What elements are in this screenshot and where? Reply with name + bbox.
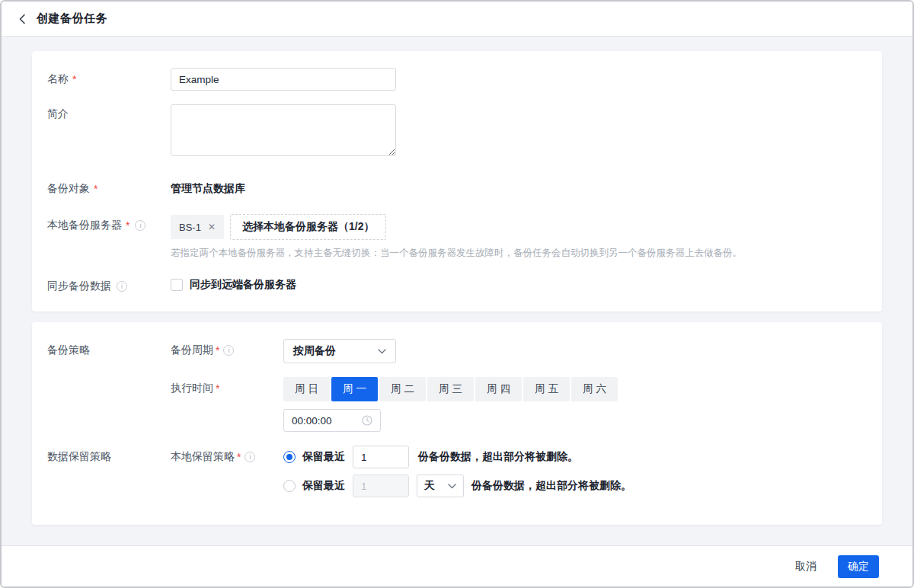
server-helper-text: 若指定两个本地备份服务器，支持主备无缝切换：当一个备份服务器发生故障时，备份任务… — [171, 247, 864, 260]
backup-cycle-value: 按周备份 — [293, 344, 336, 358]
chevron-down-icon — [378, 349, 386, 354]
back-button[interactable] — [18, 14, 26, 24]
page-header: 创建备份任务 — [2, 2, 912, 37]
footer-bar: 取消 确定 — [2, 545, 912, 586]
required-mark: * — [216, 382, 219, 395]
chevron-down-icon — [448, 484, 456, 489]
retention-unit-select[interactable]: 天 — [417, 475, 464, 497]
retention-days-prefix[interactable]: 保留最近 — [302, 479, 345, 493]
info-circle-icon[interactable]: i — [135, 220, 145, 231]
description-label: 简介 — [47, 104, 171, 121]
weekday-selector: 周日 周一 周二 周三 周四 周五 周六 — [283, 377, 864, 401]
required-mark: * — [216, 344, 219, 356]
sync-checkbox-label[interactable]: 同步到远端备份服务器 — [190, 278, 296, 292]
confirm-button[interactable]: 确定 — [838, 555, 879, 578]
weekday-button-sun[interactable]: 周日 — [283, 377, 330, 401]
info-circle-icon[interactable]: i — [117, 281, 127, 292]
backup-cycle-select[interactable]: 按周备份 — [283, 339, 396, 363]
local-server-label: 本地备份服务器* i — [47, 214, 171, 232]
required-mark: * — [94, 183, 97, 195]
info-circle-icon[interactable]: i — [223, 345, 234, 356]
execute-time-value: 00:00:00 — [292, 415, 332, 427]
chevron-left-icon — [18, 14, 26, 24]
execute-time-input[interactable]: 00:00:00 — [283, 409, 381, 432]
retention-days-suffix: 份备份数据，超出部分将被删除。 — [471, 479, 631, 493]
required-mark: * — [72, 73, 76, 85]
weekday-button-sat[interactable]: 周六 — [571, 377, 618, 401]
local-server-row: 本地备份服务器* i BS-1 ✕ 选择本地备份服务器（1/2） 若指定两个本地… — [47, 214, 864, 260]
required-mark: * — [237, 451, 241, 463]
retention-count-option: 保留最近 份备份数据，超出部分将被删除。 — [283, 446, 864, 468]
weekday-button-wed[interactable]: 周三 — [427, 377, 474, 401]
backup-cycle-row: 备份策略 备份周期* i 按周备份 — [47, 339, 864, 363]
cancel-button[interactable]: 取消 — [794, 555, 818, 578]
server-tag: BS-1 ✕ — [171, 215, 224, 239]
execute-time-row: 执行时间* 周日 周一 周二 周三 周四 周五 周六 00:00:00 — [47, 377, 864, 432]
retention-row: 数据保留策略 本地保留策略* i 保留最近 份备份数据，超出部分将被删除。 — [47, 446, 864, 497]
retention-unit-value: 天 — [424, 479, 435, 493]
sync-checkbox[interactable] — [171, 279, 183, 291]
retention-count-suffix: 份备份数据，超出部分将被删除。 — [418, 450, 578, 464]
retention-section-label: 数据保留策略 — [47, 446, 171, 464]
backup-object-row: 备份对象* 管理节点数据库 — [47, 177, 864, 196]
strategy-card: 备份策略 备份周期* i 按周备份 — [32, 322, 882, 525]
retention-count-radio[interactable] — [283, 451, 296, 463]
weekday-button-tue[interactable]: 周二 — [379, 377, 426, 401]
backup-object-value: 管理节点数据库 — [171, 177, 864, 196]
sync-row: 同步备份数据 i 同步到远端备份服务器 — [47, 278, 864, 293]
retention-count-prefix[interactable]: 保留最近 — [302, 450, 345, 464]
local-retention-label: 本地保留策略* i — [171, 446, 283, 464]
select-server-button[interactable]: 选择本地备份服务器（1/2） — [230, 214, 386, 240]
info-circle-icon[interactable]: i — [244, 452, 255, 462]
retention-days-option: 保留最近 天 份备份数据，超出部分将被删除。 — [283, 475, 864, 497]
backup-cycle-label: 备份周期* i — [171, 339, 283, 357]
basic-info-card: 名称* 简介 备份对象* 管理节点数据库 — [32, 51, 882, 312]
description-row: 简介 — [47, 104, 864, 159]
form-body: 名称* 简介 备份对象* 管理节点数据库 — [2, 37, 912, 545]
required-mark: * — [126, 219, 129, 232]
description-textarea[interactable] — [171, 104, 396, 156]
strategy-section-label: 备份策略 — [47, 339, 171, 357]
name-label: 名称* — [47, 68, 171, 86]
retention-days-radio[interactable] — [283, 480, 296, 492]
retention-days-input[interactable] — [353, 475, 409, 497]
weekday-button-fri[interactable]: 周五 — [523, 377, 570, 401]
retention-count-input[interactable] — [353, 446, 409, 468]
page-title: 创建备份任务 — [37, 11, 107, 26]
sync-label: 同步备份数据 i — [47, 278, 171, 293]
create-backup-task-page: 创建备份任务 名称* 简介 — [0, 0, 914, 588]
name-input[interactable] — [171, 68, 396, 91]
clock-icon — [362, 415, 372, 426]
backup-object-label: 备份对象* — [47, 177, 171, 196]
weekday-button-thu[interactable]: 周四 — [475, 377, 522, 401]
remove-tag-icon[interactable]: ✕ — [208, 222, 216, 232]
server-tag-label: BS-1 — [179, 222, 201, 233]
weekday-button-mon[interactable]: 周一 — [331, 377, 378, 401]
name-row: 名称* — [47, 68, 864, 91]
execute-time-label: 执行时间* — [171, 377, 283, 395]
